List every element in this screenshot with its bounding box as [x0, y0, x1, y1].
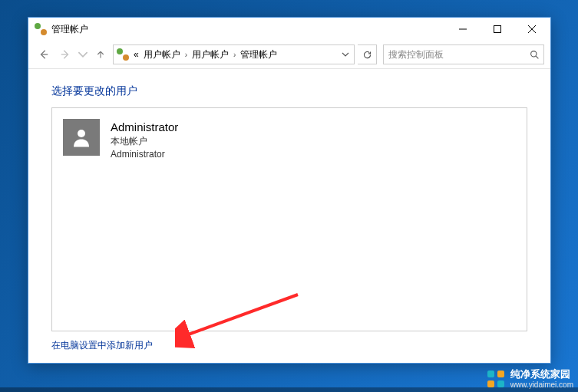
- user-name: Administrator: [111, 119, 178, 135]
- search-icon[interactable]: [528, 48, 540, 61]
- address-dropdown-icon[interactable]: [339, 45, 352, 64]
- chevron-right-icon[interactable]: ›: [232, 51, 237, 59]
- breadcrumb-seg-3[interactable]: 管理帐户: [239, 48, 279, 61]
- titlebar: 管理帐户: [28, 18, 550, 41]
- control-panel-window: 管理帐户 «: [28, 17, 551, 364]
- search-box[interactable]: [383, 44, 544, 64]
- watermark-logo-icon: [486, 369, 506, 389]
- watermark-title: 纯净系统家园: [510, 369, 573, 380]
- maximize-button[interactable]: [480, 18, 514, 40]
- close-button[interactable]: [514, 18, 549, 40]
- svg-rect-11: [487, 371, 494, 377]
- minimize-button[interactable]: [445, 18, 480, 40]
- section-heading: 选择要更改的用户: [51, 84, 527, 98]
- svg-rect-14: [497, 380, 504, 387]
- window-controls: [445, 18, 549, 40]
- window-title: 管理帐户: [51, 23, 445, 36]
- app-icon: [35, 23, 47, 35]
- navigation-bar: « 用户帐户 › 用户帐户 › 管理帐户: [28, 41, 550, 69]
- svg-rect-13: [487, 380, 494, 387]
- svg-line-7: [536, 56, 538, 58]
- watermark: 纯净系统家园 www.yidaimei.com: [486, 369, 573, 389]
- address-bar[interactable]: « 用户帐户 › 用户帐户 › 管理帐户: [113, 44, 355, 64]
- up-button[interactable]: [91, 45, 110, 64]
- taskbar[interactable]: [0, 387, 578, 392]
- back-button[interactable]: [35, 45, 53, 64]
- avatar: [63, 119, 100, 156]
- refresh-button[interactable]: [358, 44, 377, 64]
- breadcrumb-seg-2[interactable]: 用户帐户: [190, 48, 230, 61]
- svg-rect-1: [494, 26, 500, 33]
- user-list-panel: Administrator 本地帐户 Administrator: [51, 107, 527, 331]
- forward-button[interactable]: [56, 45, 74, 64]
- user-item[interactable]: Administrator 本地帐户 Administrator: [60, 116, 519, 164]
- svg-rect-12: [497, 371, 504, 377]
- breadcrumb-seg-1[interactable]: 用户帐户: [142, 48, 182, 61]
- add-user-link[interactable]: 在电脑设置中添加新用户: [51, 339, 527, 352]
- user-role: Administrator: [111, 148, 178, 161]
- user-account-type: 本地帐户: [111, 135, 178, 148]
- chevron-right-icon[interactable]: ›: [183, 51, 189, 59]
- breadcrumb-prefix: «: [132, 49, 140, 60]
- svg-point-8: [78, 130, 85, 137]
- recent-dropdown[interactable]: [78, 45, 88, 64]
- search-input[interactable]: [387, 48, 528, 61]
- svg-point-6: [530, 51, 536, 56]
- location-icon: [117, 48, 129, 61]
- user-info: Administrator 本地帐户 Administrator: [111, 119, 178, 161]
- content-area: 选择要更改的用户 Administrator 本地帐户 Administrato…: [28, 69, 550, 363]
